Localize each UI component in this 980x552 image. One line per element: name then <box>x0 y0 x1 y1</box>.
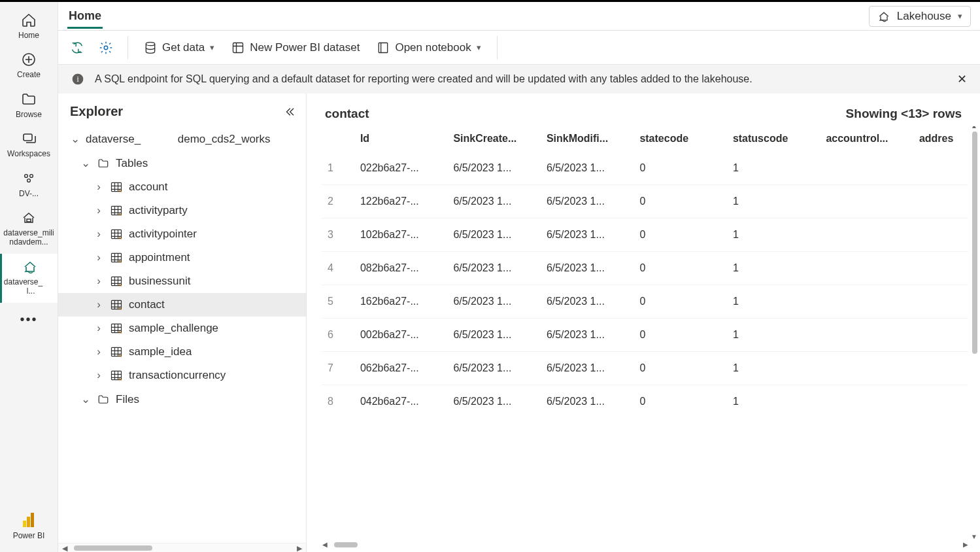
chevron-right-icon: › <box>93 345 104 358</box>
col-header[interactable]: accountrol... <box>820 126 914 152</box>
table-row[interactable]: 6002b6a27-...6/5/2023 1...6/5/2023 1...0… <box>322 319 968 352</box>
nav-home[interactable]: Home <box>0 7 58 46</box>
cell: 0 <box>634 319 728 352</box>
grid-hscroll[interactable]: ◀ ▶ <box>322 540 968 549</box>
cell <box>820 152 914 185</box>
tree-table-item[interactable]: ›appointment <box>58 246 306 269</box>
cell: 022b6a27-... <box>355 152 448 185</box>
nav-label: dataverse_ l... <box>3 277 56 296</box>
refresh-button[interactable] <box>65 37 90 59</box>
tree-label: account <box>129 181 168 194</box>
cell <box>820 352 914 385</box>
tree-table-item[interactable]: ›sample_idea <box>58 340 306 364</box>
svg-rect-7 <box>27 517 30 527</box>
nav-more[interactable]: ••• <box>0 303 58 336</box>
row-number: 1 <box>322 152 355 185</box>
notebook-icon <box>377 41 390 54</box>
button-label: New Power BI dataset <box>250 41 360 54</box>
nav-pinned-lakehouse-1[interactable]: dataverse_milindavdem... <box>0 205 58 254</box>
tree-tables-folder[interactable]: ⌄ Tables <box>58 151 306 175</box>
cell: 1 <box>728 185 821 218</box>
open-notebook-button[interactable]: Open notebook ▾ <box>370 37 487 58</box>
collapse-button[interactable] <box>284 106 296 118</box>
tree-table-item[interactable]: ›activitypointer <box>58 222 306 246</box>
nav-pinned-lakehouse-2[interactable]: dataverse_ l... <box>0 254 58 303</box>
col-header[interactable]: SinkCreate... <box>448 126 541 152</box>
cell: 6/5/2023 1... <box>541 285 635 319</box>
grid-vscroll[interactable]: ▲ ▼ <box>971 126 979 539</box>
cell <box>914 252 968 285</box>
col-header[interactable]: Id <box>355 126 448 152</box>
nav-workspaces[interactable]: Workspaces <box>0 126 58 165</box>
close-icon[interactable]: ✕ <box>957 72 967 86</box>
folder-icon <box>96 394 110 405</box>
tree-table-item[interactable]: ›account <box>58 175 306 199</box>
scroll-thumb[interactable] <box>972 131 977 354</box>
cell: 1 <box>728 385 821 419</box>
nav-pinned-dv[interactable]: DV-... <box>0 165 58 205</box>
nav-create[interactable]: Create <box>0 46 58 86</box>
table-icon <box>109 251 124 264</box>
database-icon <box>144 41 157 54</box>
cell: 0 <box>634 285 728 319</box>
chevron-right-icon: › <box>93 322 104 335</box>
tree-root[interactable]: ⌄ dataverse_ demo_cds2_works <box>58 127 306 151</box>
new-dataset-button[interactable]: New Power BI dataset <box>225 37 366 58</box>
tree-label: dataverse_ demo_cds2_works <box>86 133 271 146</box>
nav-browse[interactable]: Browse <box>0 86 58 126</box>
cell: 0 <box>634 352 728 385</box>
nav-label: Workspaces <box>7 149 50 158</box>
tree-table-item[interactable]: ›businessunit <box>58 269 306 293</box>
info-message: A SQL endpoint for SQL querying and a de… <box>95 73 752 85</box>
group-icon <box>21 171 37 186</box>
get-data-button[interactable]: Get data ▾ <box>137 37 221 58</box>
table-icon <box>109 181 124 194</box>
row-number: 4 <box>322 252 355 285</box>
cell: 1 <box>728 319 821 352</box>
chevron-down-icon: ⌄ <box>80 392 91 406</box>
toolbar: Get data ▾ New Power BI dataset Open not… <box>58 31 980 65</box>
tree-table-item[interactable]: ›transactioncurrency <box>58 364 306 387</box>
cell: 6/5/2023 1... <box>448 185 541 218</box>
tree-files-folder[interactable]: ⌄ Files <box>58 387 306 411</box>
tab-home[interactable]: Home <box>67 4 103 29</box>
data-table: Id SinkCreate... SinkModifi... statecode… <box>322 126 968 418</box>
tree-table-item[interactable]: ›activityparty <box>58 199 306 222</box>
tree-label: sample_challenge <box>129 322 218 335</box>
col-header[interactable]: statuscode <box>728 126 821 152</box>
mode-selector[interactable]: Lakehouse ▾ <box>869 6 971 27</box>
explorer-hscroll[interactable]: ◀ ▶ <box>58 543 306 552</box>
cell <box>820 385 914 419</box>
table-icon <box>109 275 124 288</box>
cell: 6/5/2023 1... <box>541 319 635 352</box>
scroll-thumb[interactable] <box>74 545 152 551</box>
cell <box>914 352 968 385</box>
table-icon <box>109 204 124 217</box>
cell: 1 <box>728 218 821 252</box>
cell: 1 <box>728 252 821 285</box>
chevron-down-icon: ▾ <box>210 43 214 52</box>
tree-table-item[interactable]: ›sample_challenge <box>58 317 306 340</box>
table-row[interactable]: 4082b6a27-...6/5/2023 1...6/5/2023 1...0… <box>322 252 968 285</box>
settings-button[interactable] <box>93 37 118 59</box>
scroll-up-icon: ▲ <box>971 126 977 129</box>
table-row[interactable]: 3102b6a27-...6/5/2023 1...6/5/2023 1...0… <box>322 218 968 252</box>
cell: 122b6a27-... <box>355 185 448 218</box>
scroll-thumb[interactable] <box>334 542 358 547</box>
table-row[interactable]: 7062b6a27-...6/5/2023 1...6/5/2023 1...0… <box>322 352 968 385</box>
explorer-panel: Explorer ⌄ dataverse_ demo_cds2_works ⌄ … <box>58 94 307 552</box>
cell: 6/5/2023 1... <box>448 385 541 419</box>
table-row[interactable]: 1022b6a27-...6/5/2023 1...6/5/2023 1...0… <box>322 152 968 185</box>
data-grid-pane: contact Showing <13> rows Id SinkCreate.… <box>307 94 980 552</box>
dataset-icon <box>231 41 245 54</box>
table-row[interactable]: 5162b6a27-...6/5/2023 1...6/5/2023 1...0… <box>322 285 968 319</box>
svg-point-9 <box>104 46 108 50</box>
tree-table-item[interactable]: ›contact <box>58 293 306 317</box>
table-row[interactable]: 2122b6a27-...6/5/2023 1...6/5/2023 1...0… <box>322 185 968 218</box>
table-row[interactable]: 8042b6a27-...6/5/2023 1...6/5/2023 1...0… <box>322 385 968 419</box>
col-header[interactable]: statecode <box>634 126 728 152</box>
nav-powerbi[interactable]: Power BI <box>0 506 58 552</box>
table-icon <box>109 228 124 241</box>
col-header[interactable]: addres <box>914 126 968 152</box>
col-header[interactable]: SinkModifi... <box>541 126 635 152</box>
